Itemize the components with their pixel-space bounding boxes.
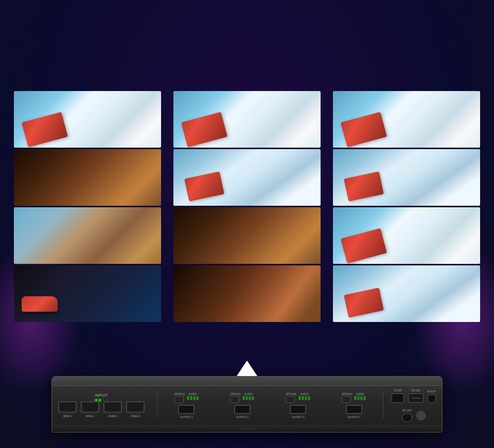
hdmi-input-3 <box>103 401 122 413</box>
output-1-top: OPTICAL AUDIO <box>174 392 199 403</box>
pin-12 <box>308 396 310 400</box>
optical-port-4 <box>342 396 351 403</box>
audio-label-2: AUDIO <box>242 392 254 396</box>
hdmi-input-2 <box>81 401 99 413</box>
device-unit: INPUT HDMI 1 HDMI <box>51 376 443 433</box>
device-bottom <box>52 425 442 432</box>
pin-13 <box>354 396 357 400</box>
rs232-pin-2 <box>414 398 415 399</box>
pin-11 <box>305 396 307 400</box>
device-top-strip <box>52 377 442 386</box>
hdmi-output-1 <box>178 405 195 414</box>
vent-4 <box>248 428 250 429</box>
optical-label-3: OPTICAL <box>286 392 296 396</box>
audio-terminals-4 <box>354 396 366 400</box>
output-3-top: OPTICAL AUDIO <box>286 392 310 403</box>
rs232-pin-4 <box>418 398 419 399</box>
port-label-3: HDMI 3 <box>103 415 122 418</box>
pin-10 <box>302 396 304 400</box>
audio-label-3: AUDIO <box>298 392 310 396</box>
audio-label-1: AUDIO <box>187 392 199 396</box>
optical-label-4: OPTICAL <box>342 392 352 396</box>
power-port <box>402 413 412 422</box>
optical-port-3 <box>286 396 295 403</box>
output-label-4: OUTPUT 4 <box>347 416 360 419</box>
mode-screens-1 <box>12 91 163 324</box>
screen-1-1 <box>14 91 161 148</box>
input-section: INPUT HDMI 1 HDMI <box>58 393 145 418</box>
optical-port-2 <box>230 396 239 403</box>
hdmi-output-4 <box>346 405 362 414</box>
audio-block-2: AUDIO <box>242 392 254 400</box>
hdmi-input-4 <box>126 401 145 413</box>
output-2-top: OPTICAL AUDIO <box>230 392 254 403</box>
control-section: TCP/IP RS-232 <box>392 389 436 422</box>
power-button[interactable] <box>416 411 426 420</box>
tcpip-port <box>392 393 404 403</box>
output-group-4: OPTICAL AUDIO <box>329 392 378 419</box>
hdmi-output-3 <box>290 405 306 414</box>
port-label-1: HDMI 1 <box>58 415 77 418</box>
tcpip-label: TCP/IP <box>394 389 402 392</box>
mode-panel-3: 3 Splitter Mode <box>331 67 482 324</box>
page-container: Various Screen Configuration Distribute … <box>0 0 494 448</box>
port-label-4: HDMI 4 <box>126 415 145 418</box>
vent-2 <box>242 428 243 429</box>
rs232-label: RS-232 <box>411 389 420 392</box>
screen-2-3 <box>173 207 321 264</box>
screen-1-4 <box>14 265 161 322</box>
pin-14 <box>357 396 360 400</box>
output-label-2: OUTPUT 2 <box>236 416 249 419</box>
mode-panel-2: 2 Matrix & Splitter Mode <box>172 67 322 324</box>
optical-label-2: OPTICAL <box>230 392 241 396</box>
output-label-3: OUTPUT 3 <box>292 416 305 419</box>
rs232-pin-1 <box>412 398 413 399</box>
output-group-1: OPTICAL AUDIO <box>162 392 211 419</box>
optical-block-4: OPTICAL <box>342 392 352 403</box>
vent-1 <box>239 428 240 429</box>
mode-panel-1: 1 Matrix Mode <box>12 67 163 324</box>
output-section: OPTICAL AUDIO <box>162 392 379 419</box>
pin-16 <box>363 396 366 400</box>
output-label-1: OUTPUT 1 <box>180 416 193 419</box>
input-ports <box>58 401 145 413</box>
rubber-feet <box>57 434 437 437</box>
optical-block-2: OPTICAL <box>230 392 241 403</box>
device-front: INPUT HDMI 1 HDMI <box>52 386 442 425</box>
divider-1 <box>157 392 157 418</box>
audio-terminals-2 <box>242 396 254 400</box>
input-port-labels: HDMI 1 HDMI 2 HDMI 3 HDMI 4 <box>58 415 145 418</box>
vent-6 <box>254 428 256 429</box>
audio-block-3: AUDIO <box>298 392 310 400</box>
pin-6 <box>245 396 248 400</box>
audio-block-4: AUDIO <box>354 392 366 400</box>
input-label: INPUT <box>95 393 108 397</box>
foot-1 <box>57 434 72 437</box>
pin-1 <box>187 396 189 400</box>
optical-port-1 <box>174 396 184 403</box>
foot-2 <box>422 434 437 437</box>
device-section: INPUT HDMI 1 HDMI <box>0 366 494 448</box>
pin-5 <box>242 396 245 400</box>
port-label-2: HDMI 2 <box>81 415 99 418</box>
divider-2 <box>383 392 383 418</box>
arrow-up-icon <box>237 361 257 376</box>
pin-2 <box>190 396 192 400</box>
audio-label-4: AUDIO <box>354 392 366 396</box>
modes-container: 1 Matrix Mode 2 Matrix & Splitter Mode <box>0 67 494 324</box>
audio-terminals-3 <box>298 396 310 400</box>
audio-terminals-1 <box>187 396 199 400</box>
vent-3 <box>245 428 246 429</box>
hdmi-output-2 <box>234 405 251 414</box>
vent-5 <box>251 428 253 429</box>
screen-1-2 <box>14 149 161 206</box>
hdmi-input-1 <box>58 401 77 413</box>
vent-dots <box>239 428 256 429</box>
power-label: DC 24V <box>402 409 412 412</box>
rs232-pin-3 <box>416 398 417 399</box>
mode-screens-2 <box>172 91 322 324</box>
screen-2-1 <box>173 91 321 148</box>
screen-1-3 <box>14 207 161 264</box>
optical-block-1: OPTICAL <box>174 392 185 403</box>
pin-4 <box>196 396 199 400</box>
